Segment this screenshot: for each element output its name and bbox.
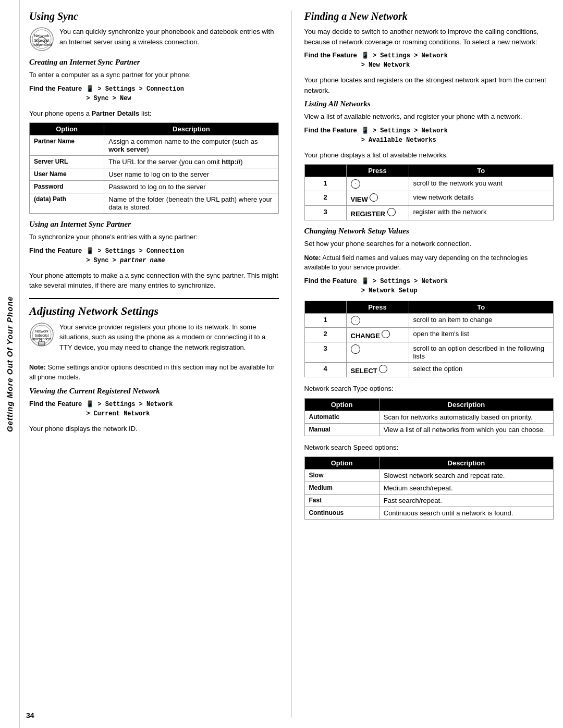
type-col1: Option [304, 398, 379, 411]
table-row: 3REGISTER register with the network [304, 206, 554, 220]
sidebar: Getting More Out Of Your Phone [0, 0, 20, 728]
page-container: Getting More Out Of Your Phone Using Syn… [0, 0, 563, 728]
listing-all-body2: Your phone displays a list of available … [304, 150, 554, 161]
listing-press-col2: To [409, 165, 554, 177]
speed-options-table: Option Description SlowSlowest network s… [304, 456, 554, 520]
two-col-layout: Using Sync Network Subscript Independent [29, 10, 554, 718]
speed-col2: Description [379, 457, 553, 470]
svg-text:Independent: Independent [32, 43, 52, 47]
table-row: MediumMedium search/repeat. [304, 482, 554, 495]
changing-press-col1: Press [346, 301, 409, 314]
speed-col1: Option [304, 457, 379, 470]
partner-table-col2: Description [104, 123, 278, 135]
sync-intro-block: Network Subscript Independent You can qu… [29, 27, 279, 52]
finding-new-title: Finding a New Network [304, 10, 554, 22]
changing-find-feature-label: Find the Feature [304, 277, 357, 285]
listing-find-feature: Find the Feature 📱 > Settings > Network>… [304, 126, 554, 145]
table-row: (data) PathName of the folder (beneath t… [30, 193, 279, 214]
changing-setup-title: Changing Network Setup Values [304, 227, 554, 236]
table-row: 2CHANGE open the item's list [304, 328, 554, 342]
table-row: 3⋅scroll to an option described in the f… [304, 342, 554, 363]
creating-partner-desc: To enter a computer as a sync partner fo… [29, 70, 279, 80]
table-row: Partner NameAssign a common name to the … [30, 135, 279, 156]
changing-find-feature-path: 📱 > Settings > Network> Network Setup [361, 277, 448, 295]
finding-find-feature-label: Find the Feature [304, 51, 357, 59]
table-row: PasswordPassword to log on to the server [30, 181, 279, 193]
using-partner-desc: To synchronize your phone's entries with… [29, 232, 279, 242]
using-find-feature-path: 📱 > Settings > Connection> Sync > partne… [86, 246, 184, 265]
listing-press-table: Press To 1⋅scroll to the network you wan… [304, 164, 554, 220]
finding-new-body2: Your phone locates and registers on the … [304, 75, 554, 95]
sync-intro-text: You can quickly synchronize your phonebo… [59, 27, 279, 47]
network-icon: Network Subscript Independent [29, 322, 54, 347]
creating-find-feature-path: 📱 > Settings > Connection> Sync > New [86, 84, 184, 103]
table-row: User NameUser name to log on to the serv… [30, 168, 279, 181]
using-partner-body: Your phone attempts to make a a sync con… [29, 270, 279, 291]
main-content: Using Sync Network Subscript Independent [20, 0, 563, 728]
listing-all-title: Listing All Networks [304, 100, 554, 108]
section-divider [29, 298, 279, 299]
viewing-find-feature: Find the Feature 📱 > Settings > Network>… [29, 400, 279, 418]
speed-label: Network search Speed options: [304, 442, 554, 453]
changing-find-feature: Find the Feature 📱 > Settings > Network>… [304, 277, 554, 295]
partner-table-col1: Option [30, 123, 104, 135]
viewing-find-feature-path: 📱 > Settings > Network> Current Network [86, 400, 173, 418]
table-row: SlowSlowest network search and repeat ra… [304, 470, 554, 482]
using-find-feature: Find the Feature 📱 > Settings > Connecti… [29, 246, 279, 265]
viewing-current-body: Your phone displays the network ID. [29, 424, 279, 434]
table-row: Server URLThe URL for the server (you ca… [30, 156, 279, 168]
listing-find-feature-label: Find the Feature [304, 126, 357, 134]
using-find-feature-label: Find the Feature [29, 246, 82, 254]
changing-press-table: Press To 1⋅scroll to an item to change2C… [304, 301, 554, 377]
listing-press-num-header [304, 165, 346, 177]
creating-partner-title: Creating an Internet Sync Partner [29, 58, 279, 67]
using-sync-title: Using Sync [29, 10, 279, 22]
changing-note: Note: Actual field names and values may … [304, 253, 554, 273]
network-intro-text: Your service provider registers your pho… [59, 322, 279, 353]
svg-text:Network: Network [34, 33, 50, 38]
finding-find-feature: Find the Feature 📱 > Settings > Network>… [304, 51, 554, 70]
using-partner-title: Using an Internet Sync Partner [29, 220, 279, 229]
table-row: ManualView a list of all networks from w… [304, 423, 554, 436]
changing-press-col2: To [409, 301, 554, 314]
table-row: 4SELECT select the option [304, 363, 554, 377]
table-row: 2VIEW view network details [304, 191, 554, 206]
type-label: Network search Type options: [304, 384, 554, 394]
col-left: Using Sync Network Subscript Independent [29, 10, 279, 718]
listing-press-col1: Press [346, 165, 409, 177]
partner-details-table: Option Description Partner NameAssign a … [29, 122, 279, 214]
table-row: 1⋅scroll to the network you want [304, 177, 554, 191]
creating-find-feature-label: Find the Feature [29, 84, 82, 92]
finding-find-feature-path: 📱 > Settings > Network> New Network [361, 51, 448, 70]
sync-icon: Network Subscript Independent [29, 27, 54, 52]
table-row: AutomaticScan for networks automatically… [304, 411, 554, 423]
network-note: Note: Some settings and/or options descr… [29, 363, 279, 382]
viewing-current-title: Viewing the Current Registered Network [29, 387, 279, 396]
page-number: 34 [26, 711, 34, 720]
listing-find-feature-path: 📱 > Settings > Network> Available Networ… [361, 126, 448, 145]
creating-find-feature: Find the Feature 📱 > Settings > Connecti… [29, 84, 279, 103]
finding-new-body: You may decide to switch to another netw… [304, 27, 554, 47]
table-row: 1⋅scroll to an item to change [304, 314, 554, 328]
table-row: FastFast search/repeat. [304, 495, 554, 507]
changing-setup-body: Set how your phone searches for a networ… [304, 239, 554, 249]
viewing-find-feature-label: Find the Feature [29, 400, 82, 408]
type-col2: Description [379, 398, 553, 411]
adjusting-network-title: Adjusting Network Settings [29, 304, 279, 318]
svg-text:Network: Network [35, 329, 48, 333]
col-right: Finding a New Network You may decide to … [291, 10, 554, 718]
partner-details-intro: Your phone opens a Partner Details list: [29, 108, 279, 119]
listing-all-body: View a list of available networks, and r… [304, 112, 554, 122]
changing-press-num-header [304, 301, 346, 314]
network-intro-block: Network Subscript Independent Your servi… [29, 322, 279, 357]
type-options-table: Option Description AutomaticScan for net… [304, 398, 554, 436]
table-row: ContinuousContinuous search until a netw… [304, 507, 554, 520]
sidebar-label: Getting More Out Of Your Phone [5, 296, 14, 432]
